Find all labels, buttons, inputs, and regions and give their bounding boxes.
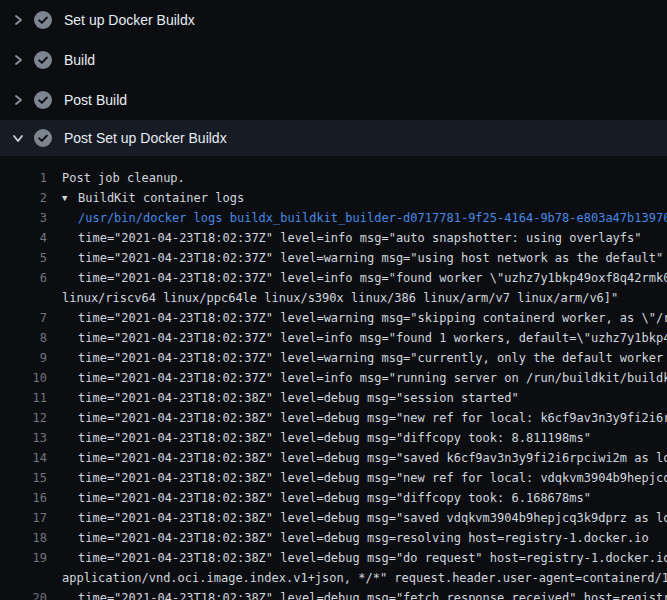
line-text: application/vnd.oci.image.index.v1+json,… (62, 571, 667, 585)
check-circle-icon (34, 11, 52, 29)
line-number[interactable]: 5 (0, 248, 47, 268)
line-text: time="2021-04-23T18:02:38Z" level=debug … (78, 471, 667, 485)
line-number[interactable]: 18 (0, 528, 47, 548)
check-circle-icon (34, 51, 52, 69)
chevron-right-icon (12, 54, 24, 66)
step-row-post-set-up-docker-buildx[interactable]: Post Set up Docker Buildx (0, 120, 667, 156)
check-circle-icon (34, 91, 52, 109)
line-number[interactable]: 6 (0, 268, 47, 288)
line-number[interactable]: 12 (0, 408, 47, 428)
log-line: 8 ▼time="2021-04-23T18:02:37Z" level=inf… (0, 328, 667, 348)
step-label: Post Build (64, 92, 127, 108)
line-text: time="2021-04-23T18:02:37Z" level=warnin… (78, 351, 667, 365)
chevron-right-icon (12, 14, 24, 26)
log-line: 2 ▼BuildKit container logs (0, 188, 667, 208)
line-number[interactable]: 7 (0, 308, 47, 328)
line-number[interactable] (0, 288, 47, 308)
log-line: ▼linux/riscv64 linux/ppc64le linux/s390x… (0, 288, 667, 308)
log-line: 11 ▼time="2021-04-23T18:02:38Z" level=de… (0, 388, 667, 408)
log-rows: 1 ▼Post job cleanup. 2 ▼BuildKit contain… (0, 168, 667, 600)
line-text: time="2021-04-23T18:02:38Z" level=debug … (78, 491, 591, 505)
log-line: 5 ▼time="2021-04-23T18:02:37Z" level=war… (0, 248, 667, 268)
log-line: 3 ▼/usr/bin/docker logs buildx_buildkit_… (0, 208, 667, 228)
log-line: 15 ▼time="2021-04-23T18:02:38Z" level=de… (0, 468, 667, 488)
line-number[interactable]: 13 (0, 428, 47, 448)
line-text: linux/riscv64 linux/ppc64le linux/s390x … (62, 291, 618, 305)
line-number[interactable]: 16 (0, 488, 47, 508)
log-line: 14 ▼time="2021-04-23T18:02:38Z" level=de… (0, 448, 667, 468)
line-text: time="2021-04-23T18:02:38Z" level=debug … (78, 531, 649, 545)
line-number[interactable]: 15 (0, 468, 47, 488)
line-text: BuildKit container logs (78, 191, 244, 205)
line-text: /usr/bin/docker logs buildx_buildkit_bui… (78, 211, 667, 225)
log-line: 9 ▼time="2021-04-23T18:02:37Z" level=war… (0, 348, 667, 368)
log-line: 1 ▼Post job cleanup. (0, 168, 667, 188)
step-row-build[interactable]: Build (0, 40, 667, 80)
log-line: 13 ▼time="2021-04-23T18:02:38Z" level=de… (0, 428, 667, 448)
log-line: 20 ▼time="2021-04-23T18:02:38Z" level=de… (0, 588, 667, 600)
log-line: 6 ▼time="2021-04-23T18:02:37Z" level=inf… (0, 268, 667, 288)
check-circle-icon (34, 129, 52, 147)
line-number[interactable]: 3 (0, 208, 47, 228)
line-text: time="2021-04-23T18:02:38Z" level=debug … (78, 591, 667, 600)
line-text: time="2021-04-23T18:02:38Z" level=debug … (78, 451, 667, 465)
line-text: time="2021-04-23T18:02:37Z" level=info m… (78, 331, 667, 345)
line-number[interactable]: 19 (0, 548, 47, 568)
line-number[interactable] (0, 568, 47, 588)
line-number[interactable]: 8 (0, 328, 47, 348)
log-line: ▼application/vnd.oci.image.index.v1+json… (0, 568, 667, 588)
steps-list: Set up Docker Buildx Build (0, 0, 667, 156)
log-line: 16 ▼time="2021-04-23T18:02:38Z" level=de… (0, 488, 667, 508)
line-text: time="2021-04-23T18:02:38Z" level=debug … (78, 551, 667, 565)
log-line: 10 ▼time="2021-04-23T18:02:37Z" level=in… (0, 368, 667, 388)
line-number[interactable]: 4 (0, 228, 47, 248)
log-line: 17 ▼time="2021-04-23T18:02:38Z" level=de… (0, 508, 667, 528)
chevron-right-icon (12, 94, 24, 106)
line-text: time="2021-04-23T18:02:37Z" level=info m… (78, 231, 642, 245)
step-row-post-build[interactable]: Post Build (0, 80, 667, 120)
step-label: Set up Docker Buildx (64, 12, 195, 28)
step-label: Build (64, 52, 95, 68)
line-number[interactable]: 14 (0, 448, 47, 468)
line-text: time="2021-04-23T18:02:37Z" level=warnin… (78, 251, 663, 265)
step-label: Post Set up Docker Buildx (64, 130, 227, 146)
line-number[interactable]: 1 (0, 168, 47, 188)
chevron-down-icon (12, 132, 24, 144)
log-line: 19 ▼time="2021-04-23T18:02:38Z" level=de… (0, 548, 667, 568)
log-line: 7 ▼time="2021-04-23T18:02:37Z" level=war… (0, 308, 667, 328)
line-number[interactable]: 17 (0, 508, 47, 528)
log-line: 12 ▼time="2021-04-23T18:02:38Z" level=de… (0, 408, 667, 428)
log-group-triangle-icon: ▼ (62, 188, 78, 208)
line-number[interactable]: 10 (0, 368, 47, 388)
line-number[interactable]: 20 (0, 588, 47, 600)
log-line: 4 ▼time="2021-04-23T18:02:37Z" level=inf… (0, 228, 667, 248)
line-text: time="2021-04-23T18:02:38Z" level=debug … (78, 411, 667, 425)
line-text: time="2021-04-23T18:02:38Z" level=debug … (78, 511, 667, 525)
line-text: Post job cleanup. (62, 171, 185, 185)
line-text: time="2021-04-23T18:02:38Z" level=debug … (78, 391, 519, 405)
line-number[interactable]: 11 (0, 388, 47, 408)
line-number[interactable]: 9 (0, 348, 47, 368)
line-text: time="2021-04-23T18:02:37Z" level=info m… (78, 371, 667, 385)
line-text: time="2021-04-23T18:02:37Z" level=warnin… (78, 311, 667, 325)
line-text: time="2021-04-23T18:02:38Z" level=debug … (78, 431, 591, 445)
log-panel: 1 ▼Post job cleanup. 2 ▼BuildKit contain… (0, 156, 667, 600)
line-number[interactable]: 2 (0, 188, 47, 208)
log-line: 18 ▼time="2021-04-23T18:02:38Z" level=de… (0, 528, 667, 548)
line-text: time="2021-04-23T18:02:37Z" level=info m… (78, 271, 667, 285)
step-row-set-up-docker-buildx[interactable]: Set up Docker Buildx (0, 0, 667, 40)
